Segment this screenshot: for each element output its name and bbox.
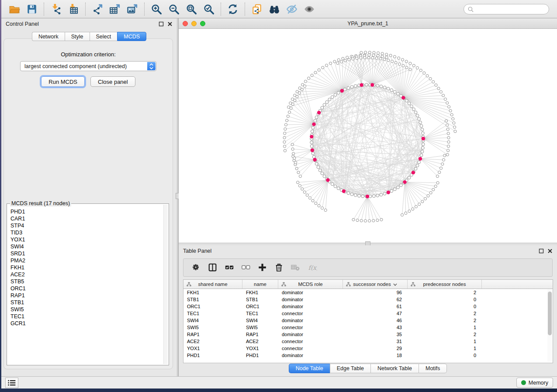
mcds-result-node[interactable]: STB5 [10, 278, 163, 285]
deselect-all-button[interactable] [239, 261, 253, 274]
close-table-panel-icon[interactable] [547, 248, 553, 254]
mcds-result-node[interactable]: CAR1 [10, 215, 163, 222]
export-table-button[interactable] [107, 2, 122, 16]
delete-table-icon [291, 263, 301, 272]
close-panel-button[interactable]: Close panel [90, 76, 135, 87]
table-row[interactable]: ORC1ORC1dominator610 [183, 303, 553, 310]
mcds-result-node[interactable]: ACE2 [10, 271, 163, 278]
table-cell: RAP1 [183, 332, 242, 337]
hide-selected-button[interactable] [284, 2, 299, 16]
table-cell: 2 [408, 311, 482, 316]
delete-table-button[interactable] [289, 261, 302, 274]
table-row[interactable]: TEC1TEC1connector472 [183, 310, 553, 317]
select-stepper-icon [147, 62, 156, 70]
export-network-button[interactable] [90, 2, 105, 16]
tab-network-table[interactable]: Network Table [370, 364, 419, 373]
application-window: Control Panel NetworkStyleSelectMCDS Opt… [1, 0, 557, 389]
table-row[interactable]: STB1STB1dominator620 [183, 296, 553, 303]
table-row[interactable]: RAP1RAP1dominator352 [183, 331, 553, 338]
column-header-successor-nodes[interactable]: successor nodes [343, 280, 408, 289]
table-cell: YOX1 [183, 346, 242, 351]
mcds-result-node[interactable]: SRD1 [10, 250, 163, 257]
export-image-button[interactable] [125, 2, 140, 16]
table-row[interactable]: SWI4SWI4dominator462 [183, 317, 553, 324]
select-all-button[interactable] [223, 261, 236, 274]
search-field-wrap [464, 4, 549, 14]
table-body: FKH1FKH1dominator962STB1STB1dominator620… [183, 289, 553, 359]
table-cell: SWI4 [183, 318, 242, 323]
mcds-result-node[interactable]: RAP1 [10, 292, 163, 299]
table-cell: connector [278, 325, 343, 330]
mcds-result-node[interactable]: ORC1 [10, 285, 163, 292]
table-cell: dominator [278, 318, 343, 323]
table-cell: FKH1 [183, 290, 242, 295]
zoom-fit-button[interactable] [184, 2, 199, 16]
mcds-result-node[interactable]: SWI4 [10, 243, 163, 250]
import-network-icon [50, 3, 62, 15]
import-table-icon [68, 3, 79, 15]
mcds-result-node[interactable]: PHD1 [10, 208, 163, 215]
mcds-result-node[interactable]: SWI5 [10, 306, 163, 313]
float-table-panel-icon[interactable] [539, 248, 544, 254]
tab-style[interactable]: Style [65, 32, 90, 41]
table-row[interactable]: YOX1YOX1connector291 [183, 345, 553, 352]
import-table-button[interactable] [66, 2, 81, 16]
column-header-MCDS-role[interactable]: MCDS role [278, 280, 343, 289]
task-history-button[interactable] [5, 378, 18, 388]
table-row[interactable]: FKH1FKH1dominator962 [183, 289, 553, 296]
mcds-result-node[interactable]: PMA2 [10, 257, 163, 264]
save-button[interactable] [24, 2, 39, 16]
delete-row-button[interactable] [273, 261, 286, 274]
search-network-button[interactable] [267, 2, 282, 16]
mcds-result-box: MCDS result (17 nodes) PHD1CAR1STP4TID3Y… [7, 203, 169, 365]
table-row[interactable]: ACE2ACE2connector311 [183, 338, 553, 345]
table-scrollbar[interactable] [547, 289, 552, 362]
table-settings-button[interactable] [190, 261, 203, 274]
optimization-criterion-select[interactable]: largest connected component (undirected) [20, 61, 156, 71]
float-panel-icon[interactable] [159, 21, 164, 27]
tab-edge-table[interactable]: Edge Table [330, 364, 370, 373]
column-header-shared-name[interactable]: shared name [183, 280, 242, 289]
show-all-button[interactable] [302, 2, 317, 16]
memory-button[interactable]: Memory [516, 378, 553, 388]
tab-mcds[interactable]: MCDS [117, 32, 146, 41]
mcds-result-node[interactable]: YOX1 [10, 236, 163, 243]
network-canvas[interactable] [179, 29, 557, 243]
column-header-name[interactable]: name [242, 280, 278, 289]
mcds-result-node[interactable]: GCR1 [10, 320, 163, 327]
open-button[interactable] [7, 2, 22, 16]
table-cell: 96 [343, 290, 408, 295]
mcds-result-node[interactable]: STB1 [10, 299, 163, 306]
table-scrollbar-thumb[interactable] [548, 292, 552, 335]
tab-motifs[interactable]: Motifs [419, 364, 447, 373]
run-mcds-button[interactable]: Run MCDS [41, 76, 85, 87]
mcds-result-scrollbar[interactable] [163, 205, 168, 364]
network-graph[interactable] [179, 29, 557, 243]
mcds-result-node[interactable]: STP4 [10, 222, 163, 229]
search-input[interactable] [464, 4, 549, 14]
column-header-predecessor-nodes[interactable]: predecessor nodes [408, 280, 482, 289]
refresh-button[interactable] [225, 2, 240, 16]
add-row-button[interactable] [256, 261, 269, 274]
zoom-out-button[interactable] [166, 2, 181, 16]
table-cell: 47 [343, 311, 408, 316]
table-row[interactable]: PHD1PHD1dominator180 [183, 352, 553, 359]
table-cell: STB1 [242, 297, 278, 302]
table-row[interactable]: SWI5SWI5connector431 [183, 324, 553, 331]
import-network-button[interactable] [48, 2, 63, 16]
zoom-in-button[interactable] [149, 2, 164, 16]
tab-node-table[interactable]: Node Table [289, 364, 330, 373]
columns-button[interactable] [206, 261, 219, 274]
mcds-result-node[interactable]: TID3 [10, 229, 163, 236]
function-builder-button[interactable]: f(x) [306, 261, 319, 274]
clone-network-button[interactable] [249, 2, 264, 16]
mcds-result-node[interactable]: FKH1 [10, 264, 163, 271]
tab-network[interactable]: Network [32, 32, 65, 41]
control-panel-titlebar: Control Panel [1, 18, 177, 30]
open-icon [9, 3, 20, 15]
table-cell: 0 [408, 304, 482, 309]
zoom-selected-button[interactable] [201, 2, 216, 16]
close-panel-icon[interactable] [167, 21, 173, 27]
tab-select[interactable]: Select [90, 32, 118, 41]
mcds-result-node[interactable]: TEC1 [10, 313, 163, 320]
